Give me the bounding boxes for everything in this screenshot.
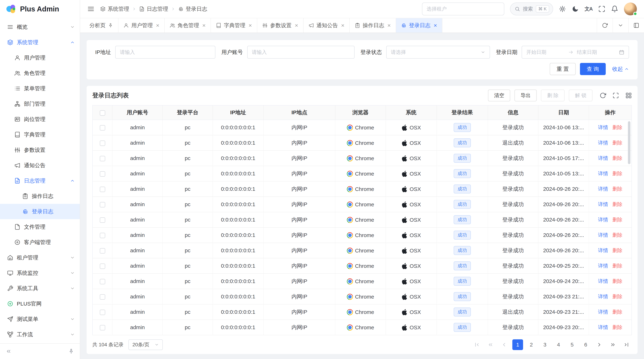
row-checkbox[interactable] (100, 140, 105, 146)
detail-link[interactable]: 详情 (598, 248, 608, 253)
sidebar-item[interactable]: 客户端管理 (0, 235, 80, 250)
sidebar-item[interactable]: 部门管理 (0, 96, 80, 112)
tabs-menu-button[interactable] (612, 18, 628, 32)
delete-link[interactable]: 删除 (612, 278, 622, 284)
detail-link[interactable]: 详情 (598, 232, 608, 238)
notification-bell-icon[interactable] (611, 5, 618, 12)
tab[interactable]: 用户管理× (118, 18, 165, 32)
page-number-button[interactable]: 2 (526, 339, 537, 350)
delete-link[interactable]: 删除 (612, 248, 622, 253)
sidebar-item[interactable]: 文件管理 (0, 219, 80, 235)
row-checkbox[interactable] (100, 125, 105, 130)
tenant-select-input[interactable] (422, 2, 504, 15)
detail-link[interactable]: 详情 (598, 171, 608, 176)
tab[interactable]: 操作日志× (350, 18, 396, 32)
row-checkbox[interactable] (100, 248, 105, 254)
delete-link[interactable]: 删除 (612, 294, 622, 299)
global-search[interactable]: 搜索 ⌘ K (510, 2, 553, 15)
tab[interactable]: 字典管理× (211, 18, 257, 32)
login-status-select[interactable]: 请选择 (386, 46, 490, 59)
settings-gear-icon[interactable] (559, 5, 566, 12)
delete-link[interactable]: 删除 (612, 232, 622, 238)
detail-link[interactable]: 详情 (598, 186, 608, 192)
sidebar-item[interactable]: 工作流 (0, 327, 80, 342)
row-checkbox[interactable] (100, 325, 105, 330)
page-number-button[interactable]: 1 (512, 339, 523, 350)
sidebar-item[interactable]: 岗位管理 (0, 112, 80, 127)
logo[interactable]: Plus Admin (0, 0, 80, 18)
delete-link[interactable]: 删除 (612, 171, 622, 176)
row-checkbox[interactable] (100, 171, 105, 177)
row-checkbox[interactable] (100, 279, 105, 284)
tab[interactable]: 通知公告× (304, 18, 350, 32)
sidebar-item[interactable]: 操作日志 (0, 188, 80, 204)
sidebar-item[interactable]: 菜单管理 (0, 81, 80, 96)
row-checkbox[interactable] (100, 217, 105, 223)
sidebar-item[interactable]: 系统管理 (0, 35, 80, 50)
detail-link[interactable]: 详情 (598, 125, 608, 130)
delete-link[interactable]: 删除 (612, 217, 622, 222)
fullscreen-table-icon[interactable] (612, 92, 619, 99)
sidebar-item[interactable]: PLUS官网 (0, 296, 80, 312)
detail-link[interactable]: 详情 (598, 294, 608, 299)
row-checkbox[interactable] (100, 233, 105, 238)
reset-button[interactable]: 重 置 (550, 63, 576, 75)
close-tab-icon[interactable]: × (156, 22, 160, 28)
sidebar-item[interactable]: 通知公告 (0, 158, 80, 173)
hamburger-menu-icon[interactable] (87, 5, 94, 12)
delete-link[interactable]: 删除 (612, 140, 622, 146)
page-size-select[interactable]: 20条/页 (128, 339, 163, 350)
row-checkbox[interactable] (100, 264, 105, 269)
jump-forward-button[interactable] (608, 339, 618, 350)
page-number-button[interactable]: 6 (580, 339, 591, 350)
delete-link[interactable]: 删除 (612, 309, 622, 315)
row-checkbox[interactable] (100, 310, 105, 315)
detail-link[interactable]: 详情 (598, 325, 608, 330)
detail-link[interactable]: 详情 (598, 278, 608, 284)
close-tab-icon[interactable]: × (248, 22, 252, 28)
delete-link[interactable]: 删除 (612, 202, 622, 207)
breadcrumb-item[interactable]: 登录日志 (178, 5, 207, 13)
translate-icon[interactable]: 文A (584, 5, 592, 12)
delete-link[interactable]: 删除 (612, 125, 622, 130)
page-number-button[interactable]: 5 (567, 339, 578, 350)
user-avatar[interactable] (624, 2, 637, 15)
close-tab-icon[interactable]: × (387, 22, 391, 28)
ip-address-input[interactable] (115, 46, 216, 59)
breadcrumb-item[interactable]: 系统管理 (100, 5, 129, 13)
tab[interactable]: 登录日志× (396, 18, 442, 32)
delete-link[interactable]: 删除 (612, 325, 622, 330)
collapse-filters-link[interactable]: 收起 (612, 65, 629, 73)
collapse-sidebar-icon[interactable] (6, 349, 12, 354)
close-tab-icon[interactable]: × (434, 22, 437, 28)
select-all-checkbox[interactable] (100, 110, 105, 116)
close-tab-icon[interactable]: × (202, 22, 206, 28)
tab[interactable]: 分析页 (84, 18, 118, 32)
row-checkbox[interactable] (100, 202, 105, 207)
pin-sidebar-icon[interactable] (68, 349, 74, 354)
sidebar-item[interactable]: 系统监控 (0, 265, 80, 281)
sidebar-item[interactable]: 日志管理 (0, 173, 80, 188)
sidebar-item[interactable]: 测试菜单 (0, 312, 80, 327)
next-page-button[interactable] (594, 339, 605, 350)
refresh-tabs-button[interactable] (597, 18, 612, 32)
export-button[interactable]: 导出 (514, 90, 537, 101)
page-number-button[interactable]: 4 (553, 339, 564, 350)
query-button[interactable]: 查 询 (580, 63, 606, 75)
close-tab-icon[interactable]: × (295, 22, 298, 28)
sidebar-item[interactable]: 概览 (0, 19, 80, 35)
delete-link[interactable]: 删除 (612, 186, 622, 192)
detail-link[interactable]: 详情 (598, 140, 608, 146)
fullscreen-icon[interactable] (598, 5, 605, 12)
sidebar-item[interactable]: 租户管理 (0, 250, 80, 265)
page-number-button[interactable]: 3 (540, 339, 550, 350)
row-checkbox[interactable] (100, 294, 105, 300)
row-checkbox[interactable] (100, 187, 105, 192)
layout-toggle-button[interactable] (628, 18, 644, 32)
sidebar-item[interactable]: 登录日志 (0, 204, 80, 219)
sidebar-item[interactable]: 用户管理 (0, 50, 80, 65)
detail-link[interactable]: 详情 (598, 217, 608, 222)
close-tab-icon[interactable]: × (341, 22, 344, 28)
delete-link[interactable]: 删除 (612, 155, 622, 161)
breadcrumb-item[interactable]: 日志管理 (139, 5, 168, 13)
